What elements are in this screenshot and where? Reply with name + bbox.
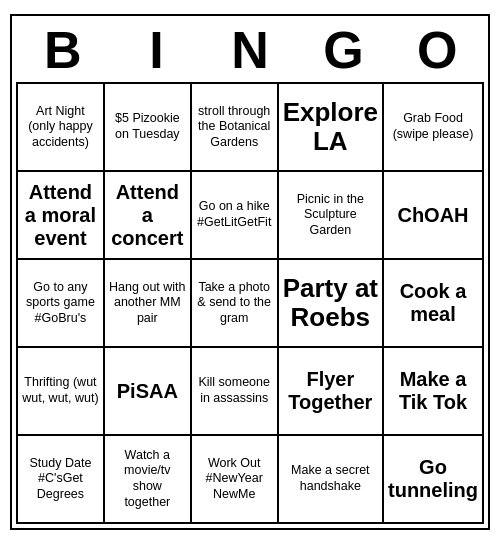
cell-3-3[interactable]: Flyer Together [279, 348, 384, 436]
cell-3-2[interactable]: Kill someone in assassins [192, 348, 279, 436]
header-letter-b: B [19, 24, 107, 76]
cell-2-1[interactable]: Hang out with another MM pair [105, 260, 192, 348]
header-letter-g: G [300, 24, 388, 76]
cell-4-3[interactable]: Make a secret handshake [279, 436, 384, 524]
header-letter-i: I [112, 24, 200, 76]
cell-3-1[interactable]: PiSAA [105, 348, 192, 436]
cell-0-1[interactable]: $5 Pizookie on Tuesday [105, 84, 192, 172]
cell-4-2[interactable]: Work Out #NewYear NewMe [192, 436, 279, 524]
cell-3-0[interactable]: Thrifting (wut wut, wut, wut) [18, 348, 105, 436]
cell-2-4[interactable]: Cook a meal [384, 260, 484, 348]
cell-2-3[interactable]: Party at Roebs [279, 260, 384, 348]
cell-1-0[interactable]: Attend a moral event [18, 172, 105, 260]
cell-0-3[interactable]: Explore LA [279, 84, 384, 172]
cell-2-2[interactable]: Take a photo & send to the gram [192, 260, 279, 348]
cell-4-0[interactable]: Study Date #C'sGet Degrees [18, 436, 105, 524]
bingo-grid: Art Night (only happy accidents) $5 Pizo… [16, 82, 484, 524]
header-letter-n: N [206, 24, 294, 76]
cell-0-2[interactable]: stroll through the Botanical Gardens [192, 84, 279, 172]
cell-1-3[interactable]: Picnic in the Sculpture Garden [279, 172, 384, 260]
cell-1-2[interactable]: Go on a hike #GetLitGetFit [192, 172, 279, 260]
bingo-card: B I N G O Art Night (only happy accident… [10, 14, 490, 530]
cell-0-0[interactable]: Art Night (only happy accidents) [18, 84, 105, 172]
cell-1-1[interactable]: Attend a concert [105, 172, 192, 260]
cell-0-4[interactable]: Grab Food (swipe please) [384, 84, 484, 172]
cell-3-4[interactable]: Make a Tik Tok [384, 348, 484, 436]
header-letter-o: O [393, 24, 481, 76]
cell-4-4[interactable]: Go tunneling [384, 436, 484, 524]
cell-1-4[interactable]: ChOAH [384, 172, 484, 260]
cell-4-1[interactable]: Watch a movie/tv show together [105, 436, 192, 524]
bingo-header: B I N G O [16, 20, 484, 82]
cell-2-0[interactable]: Go to any sports game #GoBru's [18, 260, 105, 348]
